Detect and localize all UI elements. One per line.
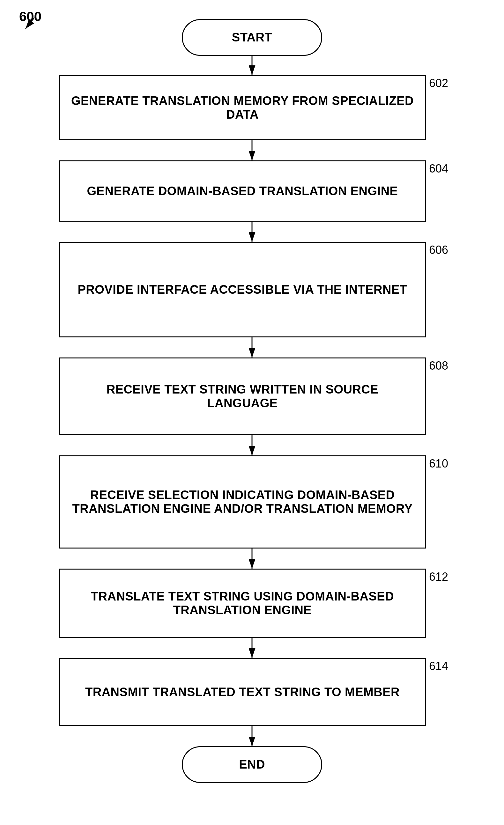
- step-602-label: 602: [429, 77, 448, 90]
- step-602-box: GENERATE TRANSLATION MEMORY FROM SPECIAL…: [59, 75, 426, 140]
- end-node: END: [182, 746, 322, 783]
- step-610-label: 610: [429, 457, 448, 470]
- step-614-box: TRANSMIT TRANSLATED TEXT STRING TO MEMBE…: [59, 658, 426, 726]
- step-608-label: 608: [429, 359, 448, 372]
- step-608-box: RECEIVE TEXT STRING WRITTEN IN SOURCE LA…: [59, 358, 426, 435]
- step-604-box: GENERATE DOMAIN-BASED TRANSLATION ENGINE: [59, 160, 426, 222]
- start-node: START: [182, 19, 322, 56]
- step-612-label: 612: [429, 570, 448, 584]
- figure-number: 600: [19, 9, 42, 24]
- step-614-label: 614: [429, 660, 448, 673]
- step-604-label: 604: [429, 162, 448, 175]
- figure-label: 600: [19, 9, 42, 24]
- step-606-label: 606: [429, 243, 448, 257]
- step-610-box: RECEIVE SELECTION INDICATING DOMAIN-BASE…: [59, 455, 426, 548]
- flowchart-diagram: 600 START GENERATE TRANSLATION: [0, 0, 504, 825]
- step-606-box: PROVIDE INTERFACE ACCESSIBLE VIA THE INT…: [59, 242, 426, 338]
- step-612-box: TRANSLATE TEXT STRING USING DOMAIN-BASED…: [59, 569, 426, 638]
